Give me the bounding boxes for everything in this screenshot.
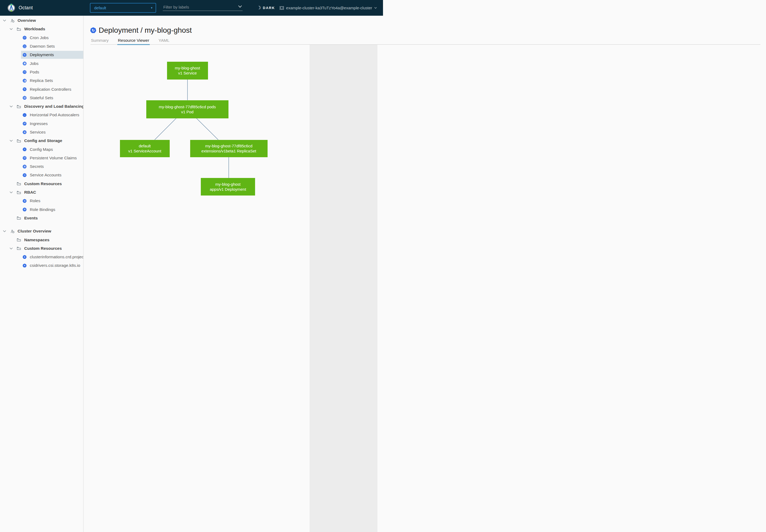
cluster-name: example-cluster-ka3TuTzYo4a@example-clus… [286, 6, 372, 10]
chevron-down-icon[interactable] [9, 191, 14, 193]
graph-node-replicaset[interactable]: my-blog-ghost-77df85c6cd extensions/v1be… [190, 140, 268, 157]
roles-icon: ⊚ [23, 199, 27, 203]
sidebar-item-ingresses[interactable]: ⇄ Ingresses [0, 119, 83, 128]
replication-controllers-icon: ↻ [23, 87, 27, 91]
sidebar-item-daemon-sets[interactable]: ◫ Daemon Sets [0, 42, 83, 51]
label-filter-input[interactable] [163, 4, 243, 11]
sidebar-item-roles[interactable]: ⊚ Roles [0, 197, 83, 205]
tab-yaml[interactable]: YAML [158, 38, 170, 45]
custom-resource-definition-icon: ∗ [23, 264, 27, 266]
graph-node-service[interactable]: my-blog-ghost v1 Service [167, 62, 208, 80]
moon-icon: ☾ [257, 6, 261, 10]
cluster-selector[interactable]: example-cluster-ka3TuTzYo4a@example-clus… [280, 0, 377, 16]
namespace-dropdown[interactable]: default ▾ [90, 3, 156, 13]
services-icon: ⊞ [23, 130, 27, 134]
sidebar-item-services[interactable]: ⊞ Services [0, 128, 83, 136]
node-name: default [139, 143, 151, 148]
octant-logo-icon [7, 4, 15, 12]
node-name: my-blog-ghost [215, 182, 240, 187]
sidebar-item-overview[interactable]: Overview [0, 16, 83, 25]
folder-icon [16, 247, 21, 250]
node-name: my-blog-ghost-77df85c6cd pods [159, 104, 216, 109]
sidebar-item-events[interactable]: Events [0, 214, 83, 222]
chevron-down-icon[interactable] [9, 247, 14, 250]
label-filter [163, 0, 243, 16]
folder-icon [16, 182, 21, 185]
folder-icon [16, 105, 21, 108]
sidebar-item-workloads[interactable]: Workloads [0, 25, 83, 33]
config-maps-icon: ≡ [23, 147, 27, 151]
custom-resource-definition-icon: ∗ [23, 255, 27, 259]
app-title: Octant [19, 0, 33, 16]
sidebar-item-discovery-and-load-balancing[interactable]: Discovery and Load Balancing [0, 102, 83, 111]
cluster-icon [280, 6, 284, 10]
jobs-icon: ▦ [23, 61, 27, 65]
folder-icon [16, 216, 21, 220]
sidebar-item-config-maps[interactable]: ≡ Config Maps [0, 145, 83, 153]
sidebar-item-csidrivers[interactable]: ∗ csidrivers.csi.storage.k8s.io [0, 261, 83, 266]
sidebar-item-custom-resources-cluster[interactable]: Custom Resources [0, 244, 83, 253]
folder-icon [16, 191, 21, 194]
sidebar-item-stateful-sets[interactable]: ▤ Stateful Sets [0, 94, 83, 102]
sidebar-item-pods[interactable]: ◳ Pods [0, 68, 83, 76]
objects-icon [10, 229, 15, 234]
node-name: my-blog-ghost [175, 65, 200, 70]
sidebar-item-clusterinformations[interactable]: ∗ clusterinformations.crd.projec [0, 253, 83, 261]
tab-resource-viewer[interactable]: Resource Viewer [117, 38, 150, 45]
sidebar-item-cron-jobs[interactable]: ◷ Cron Jobs [0, 34, 83, 42]
persistent-volume-claims-icon: ⊟ [23, 156, 27, 160]
pods-icon: ◳ [23, 70, 27, 74]
stateful-sets-icon: ▤ [23, 96, 27, 100]
sidebar-item-role-bindings[interactable]: ⊛ Role Bindings [0, 205, 83, 214]
tab-summary[interactable]: Summary [90, 38, 109, 45]
chevron-down-icon[interactable] [2, 19, 7, 22]
node-kind: v1 Pod [181, 109, 194, 114]
graph-node-deployment[interactable]: my-blog-ghost apps/v1 Deployment [201, 178, 255, 196]
app-header: Octant default ▾ ☾ DARK example-cluster-… [0, 0, 383, 16]
page-header: ↻ Deployment / my-blog-ghost [90, 26, 192, 35]
horizontal-pod-autoscalers-icon: ⇔ [23, 113, 27, 117]
cluster-chevron-down-icon [374, 7, 377, 9]
sidebar-item-secrets[interactable]: ⊠ Secrets [0, 162, 83, 171]
navigation-sidebar: Overview Workloads ◷ Cron Jobs ◫ Daemon … [0, 16, 84, 266]
page-title: Deployment / my-blog-ghost [99, 26, 192, 35]
sidebar-item-persistent-volume-claims[interactable]: ⊟ Persistent Volume Claims [0, 154, 83, 162]
graph-node-serviceaccount[interactable]: default v1 ServiceAccount [120, 140, 170, 157]
sidebar-item-replication-controllers[interactable]: ↻ Replication Controllers [0, 85, 83, 93]
node-name: my-blog-ghost-77df85c6cd [205, 143, 252, 148]
folder-icon [16, 238, 21, 242]
filter-chevron-down-icon[interactable] [238, 5, 242, 8]
sidebar-item-cluster-overview[interactable]: Cluster Overview [0, 227, 83, 235]
daemon-sets-icon: ◫ [23, 44, 27, 48]
sidebar-item-jobs[interactable]: ▦ Jobs [0, 59, 83, 68]
node-kind: v1 Service [178, 70, 197, 76]
sidebar-item-service-accounts[interactable]: ⊙ Service Accounts [0, 171, 83, 179]
secrets-icon: ⊠ [23, 165, 27, 169]
sidebar-item-replica-sets[interactable]: ◨ Replica Sets [0, 76, 83, 85]
dark-theme-label: DARK [263, 6, 275, 10]
sidebar-item-horizontal-pod-autoscalers[interactable]: ⇔ Horizontal Pod Autoscalers [0, 111, 83, 119]
role-bindings-icon: ⊛ [23, 207, 27, 211]
node-kind: v1 ServiceAccount [128, 148, 161, 153]
chevron-down-icon[interactable] [9, 140, 14, 142]
chevron-down-icon[interactable] [9, 105, 14, 107]
node-kind: apps/v1 Deployment [210, 187, 246, 192]
main-content: ↻ Deployment / my-blog-ghost Summary Res… [84, 16, 383, 266]
sidebar-item-deployments[interactable]: ↻ Deployments [0, 51, 83, 59]
chevron-down-icon[interactable] [2, 230, 7, 232]
sidebar-item-config-and-storage[interactable]: Config and Storage [0, 136, 83, 145]
graph-node-pod[interactable]: my-blog-ghost-77df85c6cd pods v1 Pod [146, 100, 228, 118]
sidebar-item-custom-resources[interactable]: Custom Resources [0, 180, 83, 188]
deployment-icon: ↻ [90, 27, 96, 34]
chevron-down-icon[interactable] [9, 28, 14, 30]
sidebar-item-namespaces[interactable]: Namespaces [0, 235, 83, 244]
objects-icon [10, 18, 15, 23]
dark-theme-toggle[interactable]: ☾ DARK [257, 0, 275, 16]
tab-bar: Summary Resource Viewer YAML [90, 38, 178, 45]
resource-viewer-graph: my-blog-ghost v1 Service my-blog-ghost-7… [84, 45, 383, 266]
deployments-icon: ↻ [23, 53, 27, 57]
service-accounts-icon: ⊙ [23, 173, 27, 177]
sidebar-item-rbac[interactable]: RBAC [0, 188, 83, 197]
folder-icon [16, 139, 21, 143]
cron-jobs-icon: ◷ [23, 36, 27, 40]
